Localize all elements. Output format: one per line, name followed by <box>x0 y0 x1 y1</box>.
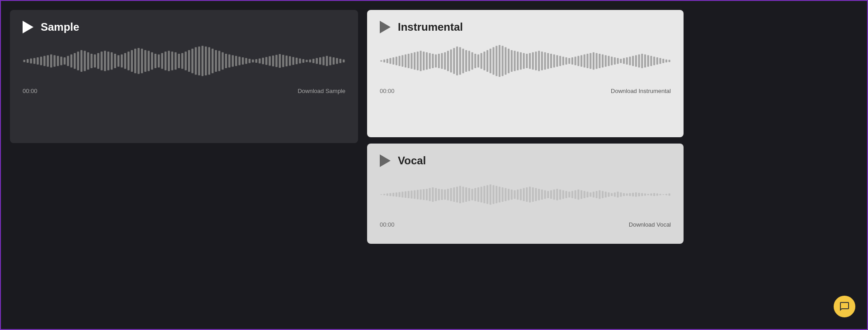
svg-rect-60 <box>225 54 227 68</box>
svg-rect-213 <box>444 190 446 200</box>
svg-rect-281 <box>650 194 652 196</box>
svg-rect-61 <box>228 55 230 68</box>
svg-rect-4 <box>37 57 38 65</box>
svg-rect-287 <box>669 194 670 196</box>
svg-rect-67 <box>249 59 250 63</box>
sample-play-button[interactable] <box>23 21 33 33</box>
svg-rect-162 <box>580 55 582 67</box>
svg-rect-251 <box>559 190 561 200</box>
svg-rect-14 <box>71 55 72 68</box>
svg-rect-31 <box>127 51 129 70</box>
svg-rect-71 <box>262 58 264 64</box>
svg-rect-243 <box>535 188 537 201</box>
svg-rect-128 <box>477 55 479 68</box>
svg-rect-171 <box>608 56 609 66</box>
svg-rect-118 <box>447 51 449 71</box>
svg-rect-141 <box>517 51 519 70</box>
svg-rect-176 <box>623 58 625 64</box>
svg-rect-92 <box>333 57 335 65</box>
svg-rect-269 <box>614 192 616 197</box>
svg-rect-36 <box>144 50 146 72</box>
svg-rect-17 <box>80 50 82 72</box>
sample-player-footer: 00:00 Download Sample <box>23 88 345 94</box>
svg-rect-81 <box>296 58 297 64</box>
chat-bubble-button[interactable] <box>834 296 855 317</box>
svg-rect-250 <box>556 189 558 200</box>
svg-rect-186 <box>653 56 655 65</box>
svg-rect-188 <box>660 58 661 64</box>
svg-rect-137 <box>505 47 506 75</box>
svg-rect-114 <box>435 55 437 68</box>
svg-rect-201 <box>408 191 410 198</box>
svg-rect-191 <box>669 60 670 62</box>
svg-rect-192 <box>380 194 382 195</box>
svg-rect-195 <box>389 193 391 196</box>
instrumental-player-header: Instrumental <box>380 21 671 33</box>
sample-download-link[interactable]: Download Sample <box>297 88 345 94</box>
vocal-player-footer: 00:00 Download Vocal <box>380 221 671 228</box>
svg-rect-41 <box>161 53 163 69</box>
svg-rect-146 <box>532 52 534 70</box>
svg-rect-66 <box>245 58 247 64</box>
svg-rect-57 <box>215 50 217 72</box>
svg-rect-223 <box>474 188 476 201</box>
svg-rect-184 <box>647 55 649 67</box>
instrumental-download-link[interactable]: Download Instrumental <box>611 88 671 94</box>
svg-rect-133 <box>493 47 495 75</box>
svg-rect-102 <box>399 56 401 66</box>
instrumental-play-button[interactable] <box>380 21 391 33</box>
svg-rect-187 <box>656 57 658 65</box>
sample-player-header: Sample <box>23 21 345 33</box>
svg-rect-19 <box>87 52 89 70</box>
svg-rect-246 <box>544 190 546 199</box>
svg-rect-131 <box>486 50 488 72</box>
vocal-play-button[interactable] <box>380 154 391 167</box>
svg-rect-99 <box>389 58 391 64</box>
svg-rect-138 <box>508 49 509 73</box>
svg-rect-209 <box>432 187 434 202</box>
svg-rect-106 <box>410 53 412 69</box>
svg-rect-158 <box>568 58 570 64</box>
svg-rect-262 <box>593 192 594 198</box>
svg-rect-157 <box>566 57 567 65</box>
svg-rect-147 <box>535 51 537 70</box>
svg-rect-189 <box>662 59 664 63</box>
svg-rect-180 <box>635 55 637 67</box>
svg-rect-167 <box>596 53 598 69</box>
svg-rect-130 <box>483 51 485 70</box>
svg-rect-113 <box>432 54 434 68</box>
svg-rect-46 <box>178 54 180 68</box>
svg-rect-105 <box>408 54 410 68</box>
svg-rect-252 <box>562 190 564 199</box>
svg-rect-123 <box>462 49 464 73</box>
svg-rect-165 <box>590 53 591 69</box>
svg-rect-254 <box>568 192 570 198</box>
svg-rect-275 <box>632 193 634 196</box>
svg-rect-179 <box>632 56 634 66</box>
svg-rect-121 <box>456 46 458 75</box>
svg-rect-56 <box>212 49 213 73</box>
sample-time: 00:00 <box>23 88 38 94</box>
svg-rect-272 <box>623 193 625 196</box>
svg-rect-50 <box>191 49 193 73</box>
svg-rect-11 <box>60 56 62 65</box>
svg-rect-29 <box>121 55 123 68</box>
svg-rect-107 <box>414 52 415 70</box>
sample-player: Sample 00:00 Download Sample <box>10 10 358 143</box>
svg-rect-182 <box>641 54 643 68</box>
svg-rect-35 <box>141 49 143 73</box>
svg-rect-115 <box>438 54 440 68</box>
svg-rect-168 <box>599 54 600 68</box>
instrumental-player-footer: 00:00 Download Instrumental <box>380 88 671 94</box>
svg-rect-283 <box>656 194 658 196</box>
svg-rect-210 <box>435 188 437 201</box>
svg-rect-30 <box>124 53 126 69</box>
vocal-download-link[interactable]: Download Vocal <box>629 221 671 228</box>
svg-rect-143 <box>523 53 525 69</box>
svg-rect-241 <box>529 186 531 202</box>
svg-rect-1 <box>27 59 28 63</box>
svg-rect-149 <box>541 51 543 70</box>
svg-rect-266 <box>605 192 607 198</box>
svg-rect-26 <box>111 52 113 70</box>
svg-rect-280 <box>647 194 649 195</box>
